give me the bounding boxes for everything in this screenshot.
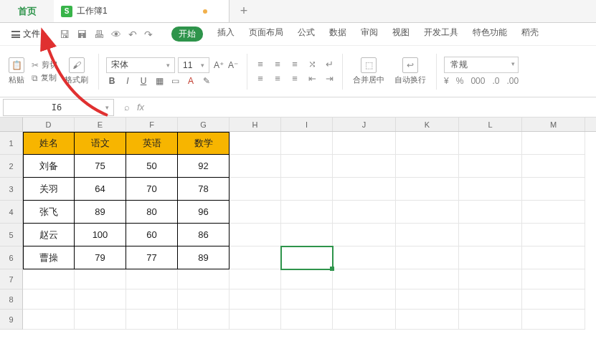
cell[interactable]: 96 [178, 201, 230, 224]
cell[interactable]: 姓名 [23, 132, 75, 155]
cell[interactable] [522, 224, 585, 246]
cell[interactable] [333, 269, 396, 289]
cell[interactable] [333, 246, 396, 269]
number-format-combo[interactable]: 常规▾ [444, 57, 519, 73]
ribbon-tab-review[interactable]: 审阅 [361, 27, 378, 42]
select-all-corner[interactable] [0, 118, 23, 131]
column-header[interactable]: D [23, 118, 75, 131]
cell[interactable] [333, 155, 396, 178]
ribbon-tab-data[interactable]: 数据 [329, 27, 346, 42]
cell[interactable] [522, 132, 585, 155]
font-color-button[interactable]: A [185, 76, 197, 86]
cell[interactable] [230, 289, 281, 310]
cell[interactable] [281, 289, 333, 310]
cell[interactable] [396, 132, 459, 155]
align-bottom-icon[interactable]: ≡ [289, 59, 301, 70]
cell[interactable] [230, 155, 281, 178]
cell[interactable] [178, 310, 230, 330]
column-header[interactable]: L [459, 118, 522, 131]
ribbon-tab-layout[interactable]: 页面布局 [249, 27, 283, 42]
cell[interactable]: 80 [126, 201, 178, 224]
cell[interactable] [126, 289, 178, 310]
align-middle-icon[interactable]: ≡ [272, 59, 283, 70]
fill-handle[interactable] [330, 267, 334, 271]
cell[interactable] [459, 201, 522, 224]
italic-button[interactable]: I [122, 76, 133, 86]
cell[interactable] [281, 224, 333, 246]
cell[interactable] [459, 269, 522, 289]
row-header[interactable]: 4 [0, 201, 23, 224]
cell[interactable] [75, 310, 126, 330]
cell[interactable] [522, 310, 585, 330]
cut-button[interactable]: ✂剪切 [32, 59, 57, 70]
ribbon-tab-formula[interactable]: 公式 [298, 27, 315, 42]
cell[interactable] [459, 289, 522, 310]
ribbon-tab-view[interactable]: 视图 [392, 27, 410, 42]
cell[interactable] [230, 269, 281, 289]
cell[interactable] [178, 289, 230, 310]
save-as-icon[interactable]: 🖬 [77, 29, 87, 40]
orientation-icon[interactable]: ⤭ [306, 59, 318, 70]
format-painter-group[interactable]: 🖌 格式刷 [62, 50, 91, 93]
cell[interactable] [522, 269, 585, 289]
paste-group[interactable]: 📋 粘贴 [6, 50, 27, 93]
cell[interactable]: 89 [75, 201, 126, 224]
cell[interactable]: 赵云 [23, 224, 75, 246]
cell[interactable] [459, 246, 522, 269]
cell[interactable] [459, 310, 522, 330]
row-header[interactable]: 1 [0, 132, 23, 155]
cell[interactable] [126, 310, 178, 330]
increase-indent-icon[interactable]: ⇥ [323, 74, 335, 84]
align-right-icon[interactable]: ≡ [289, 74, 301, 84]
ribbon-tab-insert[interactable]: 插入 [217, 27, 235, 42]
decrease-decimal-icon[interactable]: .0 [492, 76, 499, 86]
cell[interactable] [126, 269, 178, 289]
cell[interactable] [333, 289, 396, 310]
column-header[interactable]: M [522, 118, 585, 131]
row-header[interactable]: 8 [0, 289, 23, 310]
cell[interactable] [230, 201, 281, 224]
font-name-combo[interactable]: 宋体▾ [106, 57, 175, 73]
cell[interactable]: 50 [126, 155, 178, 178]
cell[interactable] [522, 246, 585, 269]
cell[interactable] [459, 132, 522, 155]
ribbon-tab-start[interactable]: 开始 [171, 27, 203, 42]
align-center-icon[interactable]: ≡ [272, 74, 283, 84]
cell[interactable] [459, 178, 522, 201]
cell[interactable] [333, 224, 396, 246]
cell[interactable] [23, 310, 75, 330]
cell[interactable] [281, 155, 333, 178]
save-icon[interactable]: 🖫 [60, 29, 70, 40]
cell[interactable] [281, 269, 333, 289]
cell[interactable] [396, 201, 459, 224]
cell[interactable] [230, 224, 281, 246]
cell[interactable] [522, 289, 585, 310]
cell[interactable] [230, 132, 281, 155]
cell[interactable]: 70 [126, 178, 178, 201]
cell[interactable] [333, 310, 396, 330]
cell[interactable] [333, 201, 396, 224]
cell[interactable] [396, 289, 459, 310]
cell[interactable]: 92 [178, 155, 230, 178]
cell[interactable]: 89 [178, 246, 230, 269]
decrease-font-icon[interactable]: A⁻ [227, 59, 240, 72]
align-left-icon[interactable]: ≡ [255, 74, 266, 84]
cell[interactable] [281, 201, 333, 224]
cell[interactable]: 79 [75, 246, 126, 269]
cell[interactable]: 60 [126, 224, 178, 246]
row-header[interactable]: 9 [0, 310, 23, 330]
currency-icon[interactable]: ¥ [444, 76, 449, 86]
cell[interactable] [23, 289, 75, 310]
undo-icon[interactable]: ↶ [128, 29, 137, 40]
cell[interactable] [396, 155, 459, 178]
cell[interactable]: 语文 [75, 132, 126, 155]
fx-icon[interactable]: fx [137, 102, 144, 112]
cell[interactable] [459, 155, 522, 178]
cell[interactable]: 77 [126, 246, 178, 269]
wrap-indent-icon[interactable]: ↵ [323, 59, 335, 70]
cell[interactable] [230, 246, 281, 269]
cell[interactable] [281, 310, 333, 330]
cell[interactable]: 数学 [178, 132, 230, 155]
column-header[interactable]: E [75, 118, 126, 131]
increase-decimal-icon[interactable]: .00 [506, 76, 519, 86]
